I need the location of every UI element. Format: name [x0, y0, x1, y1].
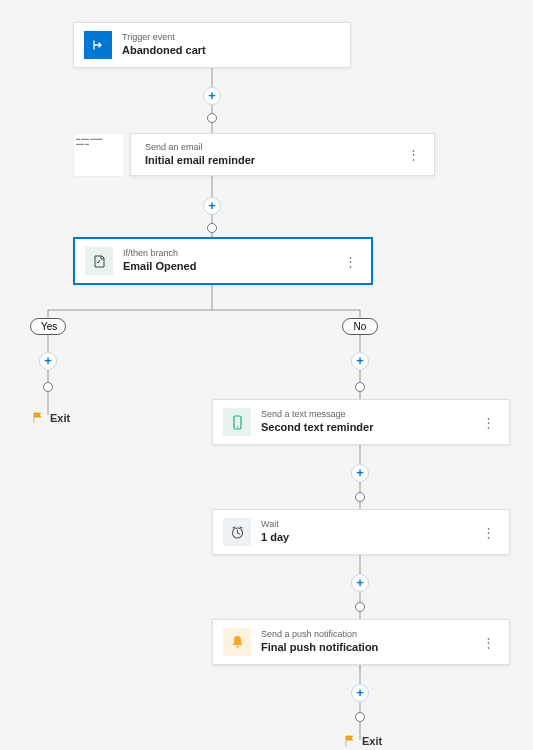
exit-label-2: Exit: [362, 735, 382, 747]
connector-dot-no: [355, 382, 365, 392]
flag-icon-2: [344, 735, 356, 747]
branch-no: No: [342, 318, 378, 335]
branch-menu[interactable]: ⋮: [340, 254, 361, 269]
flag-icon: [32, 412, 44, 424]
connector-dot: [207, 113, 217, 123]
branch-icon: [85, 247, 113, 275]
email-title: Initial email reminder: [145, 153, 403, 167]
sms-type: Send a text message: [261, 409, 478, 420]
exit-label: Exit: [50, 412, 70, 424]
node-branch[interactable]: If/then branch Email Opened ⋮: [73, 237, 373, 285]
wait-icon: [223, 518, 251, 546]
push-icon: [223, 628, 251, 656]
node-push[interactable]: Send a push notification Final push noti…: [212, 619, 510, 665]
trigger-type: Trigger event: [122, 32, 340, 43]
wait-type: Wait: [261, 519, 478, 530]
sms-title: Second text reminder: [261, 420, 478, 434]
connector-dot-wait: [355, 602, 365, 612]
connector-dot-2: [207, 223, 217, 233]
svg-point-5: [236, 426, 237, 427]
add-after-email[interactable]: +: [203, 197, 221, 215]
wait-menu[interactable]: ⋮: [478, 525, 499, 540]
connector-dot-push: [355, 712, 365, 722]
add-after-sms[interactable]: +: [351, 464, 369, 482]
branch-type: If/then branch: [123, 248, 340, 259]
sms-menu[interactable]: ⋮: [478, 415, 499, 430]
add-after-wait[interactable]: +: [351, 574, 369, 592]
add-after-trigger[interactable]: +: [203, 87, 221, 105]
exit-no: Exit: [344, 735, 382, 747]
add-after-push[interactable]: +: [351, 684, 369, 702]
push-menu[interactable]: ⋮: [478, 635, 499, 650]
connector-dot-yes: [43, 382, 53, 392]
email-preview-thumb: ▬ ▬▬ ▬▬▬▬▬ ▬: [73, 133, 125, 177]
branch-yes: Yes: [30, 318, 66, 335]
email-type: Send an email: [145, 142, 403, 153]
wait-title: 1 day: [261, 530, 478, 544]
trigger-title: Abandoned cart: [122, 43, 340, 57]
node-wait[interactable]: Wait 1 day ⋮: [212, 509, 510, 555]
node-email[interactable]: Send an email Initial email reminder ⋮: [130, 133, 435, 176]
node-sms[interactable]: Send a text message Second text reminder…: [212, 399, 510, 445]
trigger-icon: [84, 31, 112, 59]
node-trigger[interactable]: Trigger event Abandoned cart: [73, 22, 351, 68]
add-yes-branch[interactable]: +: [39, 352, 57, 370]
connector-dot-sms: [355, 492, 365, 502]
email-menu[interactable]: ⋮: [403, 147, 424, 162]
branch-title: Email Opened: [123, 259, 340, 273]
sms-icon: [223, 408, 251, 436]
exit-yes: Exit: [32, 412, 70, 424]
push-title: Final push notification: [261, 640, 478, 654]
push-type: Send a push notification: [261, 629, 478, 640]
add-no-branch[interactable]: +: [351, 352, 369, 370]
